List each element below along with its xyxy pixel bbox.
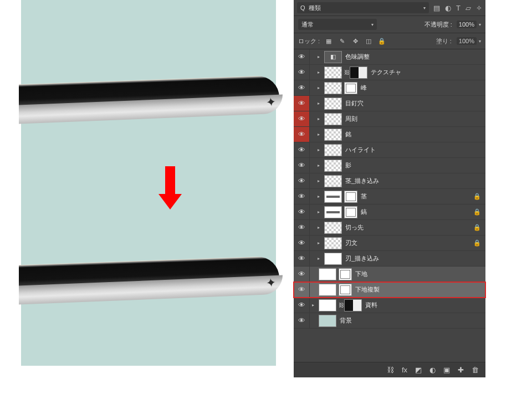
twirl-icon[interactable]: ▸ xyxy=(318,256,324,261)
twirl-icon[interactable]: ▸ xyxy=(318,116,324,121)
twirl-icon[interactable]: ▸ xyxy=(318,163,324,168)
layer-row[interactable]: 👁▸⛓資料 xyxy=(294,298,485,313)
layer-row[interactable]: 👁▸刃文🔒 xyxy=(294,236,485,251)
layer-mask-thumb[interactable] xyxy=(339,284,352,296)
layer-name[interactable]: 目釘穴 xyxy=(345,99,364,108)
layer-row[interactable]: 👁背景 xyxy=(294,313,485,329)
layer-name[interactable]: 色味調整 xyxy=(345,53,370,61)
visibility-toggle[interactable]: 👁 xyxy=(294,111,310,126)
layer-name[interactable]: 鎬 xyxy=(361,208,367,216)
layer-thumb[interactable] xyxy=(319,315,336,327)
layer-row[interactable]: 👁▸⛓テクスチャ xyxy=(294,65,485,80)
layer-thumb[interactable] xyxy=(324,144,342,156)
layer-thumb[interactable] xyxy=(324,222,342,234)
layer-thumb[interactable] xyxy=(324,113,342,125)
visibility-toggle[interactable]: 👁 xyxy=(294,313,310,328)
fill-stepper[interactable]: ▾ xyxy=(479,39,481,44)
layer-mask-thumb[interactable] xyxy=(344,206,357,218)
layer-row[interactable]: 👁▸茎🔒 xyxy=(294,189,485,204)
twirl-icon[interactable]: ▸ xyxy=(318,132,324,137)
twirl-icon[interactable]: ▸ xyxy=(318,70,324,75)
layer-name[interactable]: 下地 xyxy=(355,270,367,278)
layer-row[interactable]: 👁下地複製 xyxy=(294,282,485,298)
twirl-icon[interactable]: ▸ xyxy=(318,178,324,183)
fx-icon[interactable]: fx xyxy=(402,366,407,374)
layer-thumb[interactable] xyxy=(319,268,336,280)
layer-row[interactable]: 👁▸茎_描き込み xyxy=(294,173,485,189)
layer-row[interactable]: 👁▸刃_描き込み xyxy=(294,251,485,267)
lock-artboard-icon[interactable]: ◫ xyxy=(365,38,372,45)
group-new-icon[interactable]: ▣ xyxy=(443,366,450,374)
layer-thumb[interactable] xyxy=(324,98,342,110)
layer-thumb[interactable] xyxy=(324,160,342,172)
visibility-toggle[interactable]: 👁 xyxy=(294,204,310,219)
layer-name[interactable]: 資料 xyxy=(365,301,377,309)
twirl-icon[interactable]: ▸ xyxy=(318,147,324,152)
adjustment-new-icon[interactable]: ◐ xyxy=(429,366,436,374)
shape-filter-icon[interactable]: ▱ xyxy=(466,4,471,12)
blend-mode-select[interactable]: 通常 ▾ xyxy=(298,19,377,30)
mask-new-icon[interactable]: ◩ xyxy=(415,366,422,374)
layer-mask-thumb[interactable] xyxy=(344,82,357,94)
visibility-toggle[interactable]: 👁 xyxy=(294,189,310,204)
layer-row[interactable]: 👁▸周刻 xyxy=(294,111,485,127)
visibility-toggle[interactable]: 👁 xyxy=(294,173,310,188)
layer-name[interactable]: テクスチャ xyxy=(371,68,401,76)
layer-name[interactable]: 影 xyxy=(345,161,351,170)
link-icon[interactable]: ⛓ xyxy=(387,366,394,374)
visibility-toggle[interactable]: 👁 xyxy=(294,96,310,111)
lock-brush-icon[interactable]: ✎ xyxy=(338,38,346,45)
visibility-toggle[interactable]: 👁 xyxy=(294,158,310,173)
twirl-icon[interactable]: ▸ xyxy=(318,209,324,214)
visibility-toggle[interactable]: 👁 xyxy=(294,49,310,64)
visibility-toggle[interactable]: 👁 xyxy=(294,251,310,266)
layer-thumb[interactable] xyxy=(324,129,342,141)
adjust-filter-icon[interactable]: ◐ xyxy=(445,4,451,12)
fill-value[interactable]: 100% xyxy=(457,37,477,45)
layer-name[interactable]: 茎 xyxy=(361,192,367,201)
layer-name[interactable]: 周刻 xyxy=(345,115,357,123)
layer-thumb[interactable] xyxy=(350,66,367,79)
layer-row[interactable]: 👁▸切っ先🔒 xyxy=(294,220,485,236)
trash-icon[interactable]: 🗑 xyxy=(472,366,479,374)
image-filter-icon[interactable]: ▤ xyxy=(433,4,440,12)
layer-thumb[interactable] xyxy=(319,299,336,311)
layer-filter-select[interactable]: Q 種類 ▾ xyxy=(297,2,429,13)
layer-name[interactable]: 茎_描き込み xyxy=(345,177,379,185)
layer-new-icon[interactable]: ✚ xyxy=(458,366,464,374)
layer-name[interactable]: 峰 xyxy=(361,84,367,92)
visibility-toggle[interactable]: 👁 xyxy=(294,65,310,80)
layer-thumb[interactable] xyxy=(324,253,342,265)
smart-filter-icon[interactable]: ✧ xyxy=(476,4,482,12)
twirl-icon[interactable]: ▸ xyxy=(318,54,324,59)
visibility-toggle[interactable]: 👁 xyxy=(294,236,310,250)
layer-mask-thumb[interactable] xyxy=(344,191,357,203)
layer-name[interactable]: 刃文 xyxy=(345,239,357,247)
visibility-toggle[interactable]: 👁 xyxy=(294,142,310,157)
layer-thumb[interactable]: ◧ xyxy=(324,51,342,63)
layer-mask-thumb[interactable] xyxy=(339,268,352,280)
visibility-toggle[interactable]: 👁 xyxy=(294,127,310,142)
lock-all-icon[interactable]: 🔒 xyxy=(378,38,386,45)
layer-thumb[interactable] xyxy=(344,299,362,311)
twirl-icon[interactable]: ▸ xyxy=(318,101,324,106)
visibility-toggle[interactable]: 👁 xyxy=(294,80,310,95)
twirl-icon[interactable]: ▸ xyxy=(318,241,324,245)
layer-row[interactable]: 👁▸鎬🔒 xyxy=(294,204,485,220)
visibility-toggle[interactable]: 👁 xyxy=(294,267,310,282)
layer-thumb[interactable] xyxy=(324,175,342,187)
layer-thumb[interactable] xyxy=(324,206,342,218)
text-filter-icon[interactable]: T xyxy=(456,4,461,12)
opacity-value[interactable]: 100% xyxy=(457,21,477,28)
visibility-toggle[interactable]: 👁 xyxy=(294,282,310,297)
layer-name[interactable]: ハイライト xyxy=(345,146,376,154)
layer-thumb[interactable] xyxy=(319,284,336,296)
layer-thumb[interactable] xyxy=(324,66,342,79)
visibility-toggle[interactable]: 👁 xyxy=(294,220,310,235)
layer-row[interactable]: 👁▸ハイライト xyxy=(294,142,485,158)
layer-name[interactable]: 切っ先 xyxy=(345,223,364,232)
layer-name[interactable]: 下地複製 xyxy=(355,285,380,294)
lock-move-icon[interactable]: ✥ xyxy=(351,38,359,45)
layer-name[interactable]: 刃_描き込み xyxy=(345,254,379,263)
layer-name[interactable]: 銘 xyxy=(345,130,351,139)
